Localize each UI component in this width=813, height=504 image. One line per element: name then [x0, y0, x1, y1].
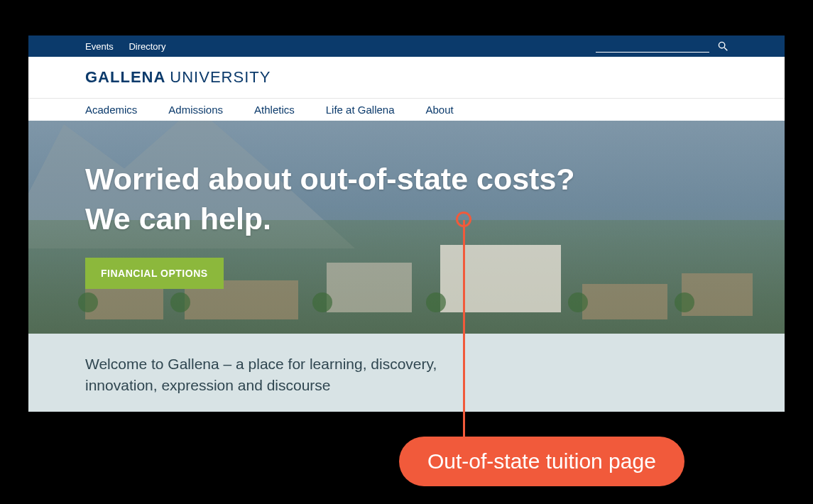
nav-academics[interactable]: Academics: [85, 104, 137, 116]
utility-link-events[interactable]: Events: [85, 41, 114, 52]
utility-link-directory[interactable]: Directory: [129, 41, 165, 52]
website-frame: Events Directory GALLENA UNIVERSITY Acad…: [28, 35, 785, 412]
utility-bar: Events Directory: [28, 35, 785, 57]
annotation-marker-circle: [456, 212, 471, 227]
search-icon[interactable]: [718, 41, 728, 51]
svg-point-0: [719, 42, 724, 48]
nav-about[interactable]: About: [426, 104, 454, 116]
utility-search: [596, 40, 728, 53]
annotation-connector-line: [463, 220, 465, 440]
annotation-callout-pill: Out-of-state tuition page: [399, 437, 684, 486]
svg-line-1: [724, 48, 727, 50]
logo-bar: GALLENA UNIVERSITY: [28, 57, 785, 98]
logo-secondary[interactable]: UNIVERSITY: [170, 68, 271, 87]
financial-options-button[interactable]: FINANCIAL OPTIONS: [85, 258, 224, 289]
nav-athletics[interactable]: Athletics: [254, 104, 295, 116]
hero-title-line2: We can help.: [85, 199, 728, 239]
logo-primary[interactable]: GALLENA: [85, 68, 165, 87]
main-nav: Academics Admissions Athletics Life at G…: [28, 98, 785, 121]
welcome-strip: Welcome to Gallena – a place for learnin…: [28, 334, 785, 412]
hero-title-line1: Worried about out-of-state costs?: [85, 160, 728, 199]
hero-banner: Worried about out-of-state costs? We can…: [28, 121, 785, 334]
utility-links: Events Directory: [85, 41, 178, 52]
search-input[interactable]: [596, 40, 709, 53]
hero-title: Worried about out-of-state costs? We can…: [85, 160, 728, 239]
welcome-text: Welcome to Gallena – a place for learnin…: [85, 354, 483, 397]
hero-content: Worried about out-of-state costs? We can…: [28, 121, 785, 289]
nav-life-at-gallena[interactable]: Life at Gallena: [326, 104, 395, 116]
nav-admissions[interactable]: Admissions: [168, 104, 223, 116]
